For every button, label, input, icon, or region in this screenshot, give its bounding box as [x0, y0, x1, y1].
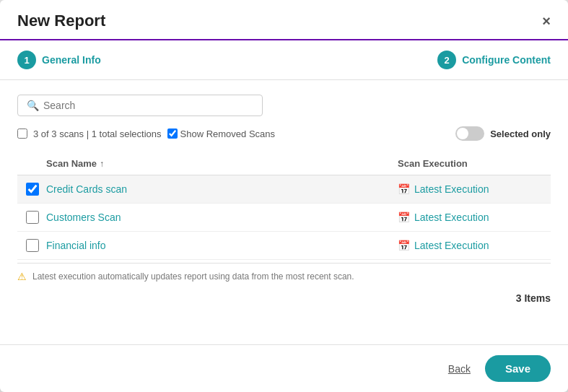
- row-checkbox[interactable]: [26, 183, 39, 196]
- show-removed-label[interactable]: Show Removed Scans: [167, 129, 276, 139]
- step-1-circle: 1: [17, 51, 36, 69]
- calendar-icon: 📅: [398, 183, 410, 195]
- row-execution[interactable]: 📅Latest Execution: [398, 183, 542, 195]
- step-1-label: General Info: [42, 54, 101, 66]
- notice-bar: ⚠ Latest execution automatically updates…: [17, 263, 551, 287]
- scan-summary-text: 3 of 3 scans | 1 total selections: [33, 129, 162, 139]
- col-scan-name-header[interactable]: Scan Name ↑: [46, 158, 398, 169]
- filter-bar: 3 of 3 scans | 1 total selections Show R…: [17, 126, 551, 141]
- save-button[interactable]: Save: [485, 355, 551, 382]
- row-scan-name: Customers Scan: [46, 212, 398, 223]
- show-removed-checkbox[interactable]: [167, 129, 178, 139]
- warning-icon: ⚠: [17, 271, 27, 282]
- col-execution-header: Scan Execution: [398, 158, 542, 169]
- search-bar: 🔍: [17, 95, 263, 116]
- execution-label: Latest Execution: [414, 240, 489, 251]
- step-1[interactable]: 1 General Info: [17, 51, 101, 69]
- selected-only-label: Selected only: [490, 129, 551, 139]
- steps-bar: 1 General Info 2 Configure Content: [0, 40, 568, 80]
- table-header: Scan Name ↑ Scan Execution: [17, 152, 551, 175]
- row-scan-name: Credit Cards scan: [46, 183, 398, 195]
- table-row: Customers Scan📅Latest Execution: [17, 204, 551, 232]
- row-scan-name: Financial info: [46, 240, 398, 251]
- row-execution[interactable]: 📅Latest Execution: [398, 240, 542, 251]
- row-execution[interactable]: 📅Latest Execution: [398, 212, 542, 223]
- search-input[interactable]: [43, 100, 253, 111]
- row-checkbox[interactable]: [26, 211, 39, 224]
- modal-footer: Back Save: [0, 344, 568, 392]
- selected-only-toggle[interactable]: [455, 126, 484, 141]
- back-button[interactable]: Back: [448, 363, 471, 375]
- select-all-checkbox[interactable]: [17, 129, 27, 139]
- toggle-container: Selected only: [455, 126, 551, 141]
- row-checkbox[interactable]: [26, 239, 39, 252]
- step-2-circle: 2: [437, 51, 456, 69]
- step-2-label: Configure Content: [462, 54, 551, 66]
- table-row: Credit Cards scan📅Latest Execution: [17, 175, 551, 204]
- execution-label: Latest Execution: [414, 212, 489, 223]
- new-report-modal: New Report × 1 General Info 2 Configure …: [0, 0, 568, 392]
- modal-body: 🔍 3 of 3 scans | 1 total selections Show…: [0, 80, 568, 344]
- step-2[interactable]: 2 Configure Content: [437, 51, 551, 69]
- sort-arrow-icon: ↑: [100, 159, 104, 169]
- calendar-icon: 📅: [398, 240, 410, 251]
- execution-label: Latest Execution: [414, 183, 489, 195]
- items-count: 3 Items: [17, 287, 551, 304]
- calendar-icon: 📅: [398, 212, 410, 223]
- table-rows: Credit Cards scan📅Latest ExecutionCustom…: [17, 175, 551, 260]
- modal-title: New Report: [17, 12, 105, 30]
- close-button[interactable]: ×: [542, 13, 551, 30]
- table-row: Financial info📅Latest Execution: [17, 232, 551, 260]
- notice-text: Latest execution automatically updates r…: [32, 271, 354, 282]
- search-icon: 🔍: [27, 100, 39, 111]
- modal-header: New Report ×: [0, 0, 568, 40]
